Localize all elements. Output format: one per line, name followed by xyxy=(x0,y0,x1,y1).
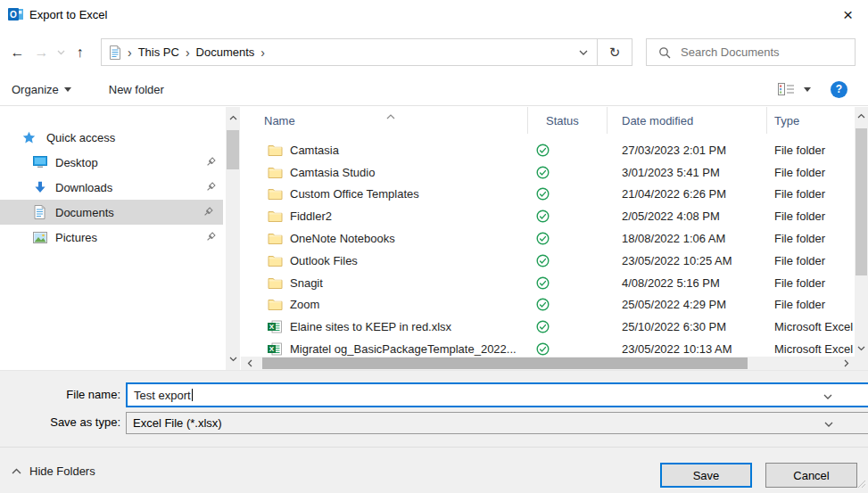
file-row[interactable]: Camtasia27/03/2023 2:01 PMFile folder xyxy=(241,139,855,161)
save-button[interactable]: Save xyxy=(660,463,752,488)
file-name-input[interactable]: Test export xyxy=(126,382,868,407)
sidebar-item-label: Quick access xyxy=(46,131,115,144)
file-name-dropdown-chevron-icon[interactable] xyxy=(823,389,832,402)
file-name-text: Camtasia Studio xyxy=(290,166,375,179)
file-row[interactable]: XMigratel og_BasicPackageTemplate_2022..… xyxy=(241,338,855,357)
refresh-icon[interactable]: ↻ xyxy=(598,39,632,65)
file-row[interactable]: Outlook Files23/05/2022 10:25 AMFile fol… xyxy=(241,250,855,272)
synced-status-icon xyxy=(536,254,550,267)
file-name-text: Fiddler2 xyxy=(290,210,332,223)
search-input[interactable] xyxy=(681,45,855,59)
new-folder-button[interactable]: New folder xyxy=(109,83,164,96)
file-name-cell: Camtasia Studio xyxy=(241,165,528,179)
synced-status-icon xyxy=(536,187,550,201)
file-row[interactable]: Fiddler22/05/2022 4:08 PMFile folder xyxy=(241,205,855,227)
sidebar-item-documents[interactable]: Documents xyxy=(0,200,223,225)
svg-text:X: X xyxy=(269,345,275,353)
folder-icon xyxy=(268,232,283,246)
views-dropdown-chevron-icon[interactable] xyxy=(804,87,811,92)
file-type-cell: File folder xyxy=(767,210,855,223)
file-list-vertical-scrollbar[interactable] xyxy=(855,107,868,357)
pin-icon[interactable] xyxy=(205,157,216,168)
hide-folders-label: Hide Folders xyxy=(29,464,95,478)
folder-icon xyxy=(268,253,283,267)
command-bar: Organize New folder ? xyxy=(0,73,868,106)
file-name-cell: Zoom xyxy=(241,298,528,312)
cancel-button[interactable]: Cancel xyxy=(765,463,857,488)
breadcrumb-this-pc[interactable]: This PC xyxy=(138,45,179,59)
folder-icon xyxy=(268,275,283,290)
scroll-down-icon[interactable] xyxy=(855,341,868,355)
sidebar-scrollbar[interactable] xyxy=(226,107,240,370)
resize-grip-icon[interactable] xyxy=(857,478,866,491)
save-as-type-select[interactable]: Excel File (*.xlsx) xyxy=(126,412,868,434)
sidebar-item-downloads[interactable]: Downloads xyxy=(0,175,226,200)
close-icon[interactable]: × xyxy=(828,0,868,29)
address-bar[interactable]: › This PC › Documents › ↻ xyxy=(101,38,632,66)
scrollbar-thumb[interactable] xyxy=(856,128,867,275)
pin-icon[interactable] xyxy=(205,232,216,242)
sidebar-list: Quick accessDesktopDownloadsDocumentsPic… xyxy=(0,107,226,370)
file-status-cell xyxy=(528,298,608,311)
column-header-type[interactable]: Type xyxy=(767,107,855,134)
sidebar-item-label: Pictures xyxy=(55,231,97,244)
sidebar-item-desktop[interactable]: Desktop xyxy=(0,150,226,175)
star-icon xyxy=(21,130,37,145)
scroll-right-icon[interactable] xyxy=(839,357,853,370)
file-date-cell: 18/08/2022 1:06 AM xyxy=(608,232,767,245)
scroll-up-icon[interactable] xyxy=(226,111,240,125)
column-header-date-modified[interactable]: Date modified xyxy=(608,107,767,134)
sort-ascending-icon xyxy=(386,109,395,122)
file-type-cell: File folder xyxy=(767,298,855,311)
file-type-cell: File folder xyxy=(767,187,855,201)
title-bar: O Export to Excel × xyxy=(0,0,868,29)
file-date-cell: 23/05/2022 10:13 AM xyxy=(608,342,767,356)
help-icon[interactable]: ? xyxy=(831,81,847,98)
file-name-cell: Outlook Files xyxy=(241,253,528,267)
file-row[interactable]: Zoom25/05/2022 4:29 PMFile folder xyxy=(241,294,855,316)
column-header-status[interactable]: Status xyxy=(528,107,608,134)
scrollbar-thumb[interactable] xyxy=(262,357,748,369)
back-icon[interactable]: ← xyxy=(5,39,29,66)
pin-icon[interactable] xyxy=(205,182,216,193)
file-name-cell: Snagit xyxy=(241,275,528,290)
file-row[interactable]: XElaine sites to KEEP in red.xlsx25/10/2… xyxy=(241,316,855,338)
forward-icon[interactable]: → xyxy=(29,39,54,66)
sidebar-item-pictures[interactable]: Pictures xyxy=(0,225,226,250)
up-icon[interactable]: ↑ xyxy=(68,39,92,66)
file-type-cell: File folder xyxy=(767,144,855,157)
folder-icon xyxy=(268,165,283,179)
hide-folders-button[interactable]: Hide Folders xyxy=(12,464,95,478)
file-name-text: Migratel og_BasicPackageTemplate_2022... xyxy=(290,342,517,356)
file-name-cell: Custom Office Templates xyxy=(241,187,528,201)
scroll-up-icon[interactable] xyxy=(855,109,868,122)
excel-icon: X xyxy=(268,320,283,334)
file-row[interactable]: Camtasia Studio3/01/2023 5:41 PMFile fol… xyxy=(241,161,855,184)
sidebar-item-label: Downloads xyxy=(55,181,112,194)
organize-button[interactable]: Organize xyxy=(12,83,71,96)
views-icon[interactable] xyxy=(778,83,796,95)
save-as-type-dropdown-chevron-icon[interactable] xyxy=(824,416,833,430)
save-as-dialog: O Export to Excel × ← → ↑ › This PC › Do… xyxy=(0,0,868,493)
address-dropdown-chevron-icon[interactable] xyxy=(570,39,597,65)
pictures-icon xyxy=(32,230,47,245)
column-header-name[interactable]: Name xyxy=(241,107,528,134)
folder-icon xyxy=(268,210,283,224)
recent-locations-chevron-icon[interactable] xyxy=(54,39,68,66)
pin-icon[interactable] xyxy=(203,207,213,218)
scroll-left-icon[interactable] xyxy=(243,357,256,370)
file-name-cell: Fiddler2 xyxy=(241,210,528,224)
file-row[interactable]: Snagit4/08/2022 5:16 PMFile folder xyxy=(241,272,855,294)
file-row[interactable]: Custom Office Templates21/04/2022 6:26 P… xyxy=(241,184,855,206)
breadcrumb-documents[interactable]: Documents xyxy=(196,45,255,59)
file-name-cell: XMigratel og_BasicPackageTemplate_2022..… xyxy=(241,342,528,357)
breadcrumb-separator: › xyxy=(179,45,196,60)
file-row[interactable]: OneNote Notebooks18/08/2022 1:06 AMFile … xyxy=(241,227,855,250)
scroll-down-icon[interactable] xyxy=(226,352,240,366)
new-folder-label: New folder xyxy=(109,83,164,96)
sidebar-item-quick-access[interactable]: Quick access xyxy=(0,125,226,150)
scrollbar-thumb[interactable] xyxy=(227,130,239,169)
file-list-horizontal-scrollbar[interactable] xyxy=(241,357,855,370)
outlook-icon: O xyxy=(8,6,24,22)
file-date-cell: 3/01/2023 5:41 PM xyxy=(608,166,767,179)
